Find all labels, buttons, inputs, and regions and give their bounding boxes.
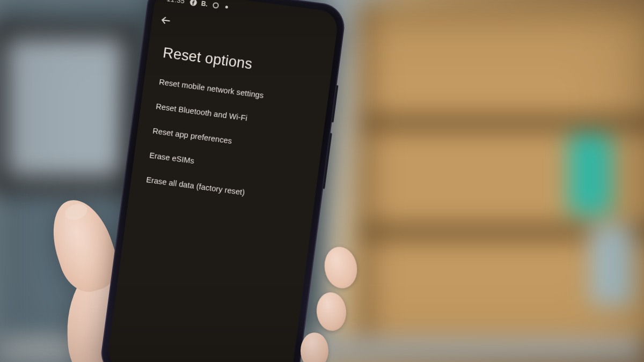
dot-icon	[223, 3, 231, 11]
arrow-left-icon	[159, 14, 172, 27]
option-label: Erase all data (factory reset)	[145, 175, 245, 197]
fingertip	[321, 244, 361, 291]
option-label: Erase eSIMs	[149, 151, 194, 165]
option-label: Reset Bluetooth and Wi-Fi	[156, 102, 248, 122]
volume-button[interactable]	[323, 133, 332, 189]
status-bar: 11:35 B.	[155, 0, 340, 27]
fingertip	[301, 333, 328, 362]
circle-icon	[211, 1, 220, 10]
bold-icon: B.	[200, 0, 209, 8]
phone-screen: 11:35 B. Reset options	[106, 0, 339, 362]
smartphone: 11:35 B. Reset options	[98, 0, 347, 362]
power-button[interactable]	[331, 85, 338, 123]
back-button[interactable]	[151, 3, 173, 31]
fingertip	[315, 291, 348, 333]
status-time: 11:35	[166, 0, 185, 5]
option-label: Reset app preferences	[152, 127, 232, 145]
facebook-icon	[189, 0, 197, 6]
reset-options-list: Reset mobile network settings Reset Blue…	[129, 65, 329, 216]
svg-point-1	[213, 3, 218, 8]
